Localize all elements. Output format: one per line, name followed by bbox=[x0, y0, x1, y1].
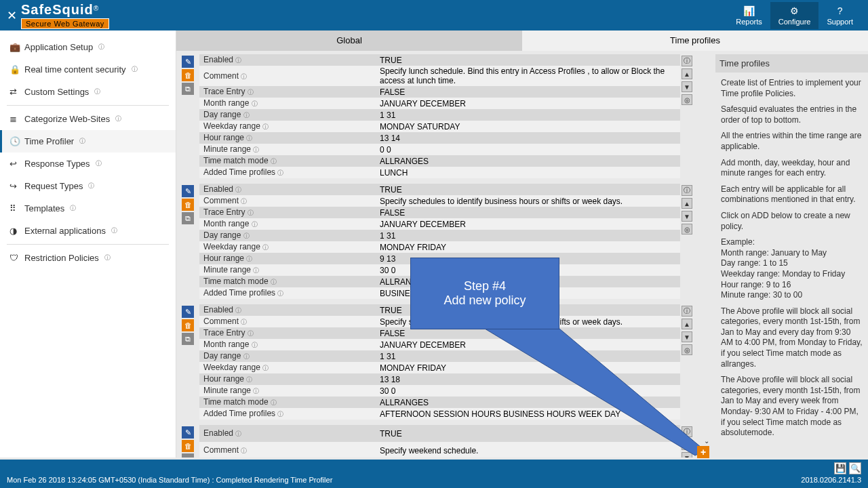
target-button[interactable]: ◎ bbox=[682, 94, 692, 105]
clone-button[interactable]: ⧉ bbox=[182, 212, 194, 224]
help-paragraph: Add month, day, weekday, hour and minute… bbox=[721, 158, 863, 179]
sidebar-item-external-applications[interactable]: ◑External applications ⓘ bbox=[0, 220, 176, 242]
edit-button[interactable]: ✎ bbox=[182, 185, 194, 197]
info-icon: ⓘ bbox=[104, 253, 111, 262]
help-title: Time profiles bbox=[715, 54, 868, 73]
table-row: Weekday range ⓘMONDAY FRIDAY bbox=[199, 241, 680, 253]
callout-text: Add new policy bbox=[443, 293, 526, 308]
table-row: Time match mode ⓘALLRANGES bbox=[199, 155, 680, 167]
tab-time-profiles[interactable]: Time profiles bbox=[522, 30, 868, 51]
sidebar-icon: ⠿ bbox=[9, 203, 19, 214]
field-label: Day range ⓘ bbox=[199, 350, 376, 362]
field-label: Enabled ⓘ bbox=[199, 425, 376, 442]
brand-name: SafeSquid bbox=[21, 2, 94, 17]
sidebar-item-restriction-policies[interactable]: 🛡Restriction Policies ⓘ bbox=[0, 247, 176, 269]
move-down-button[interactable]: ▼ bbox=[682, 81, 692, 92]
delete-button[interactable]: 🗑 bbox=[182, 319, 194, 331]
logo: ✕ SafeSquid® Secure Web Gateway bbox=[7, 2, 109, 29]
table-row: Day range ⓘ1 31 bbox=[199, 230, 680, 241]
help-paragraph: All the entries within the time range ar… bbox=[721, 131, 863, 152]
field-value: 1 31 bbox=[376, 109, 680, 121]
info-button[interactable]: ⓘ bbox=[682, 306, 692, 317]
help-paragraph: Safesquid evaluates the entries in the o… bbox=[721, 104, 863, 125]
sidebar-icon: ↪ bbox=[9, 181, 19, 191]
field-label: Minute range ⓘ bbox=[199, 144, 376, 155]
field-value: AFTERNOON SESSION HOURS BUSINESS HOURS W… bbox=[376, 408, 680, 420]
target-button[interactable]: ◎ bbox=[682, 344, 692, 355]
field-label: Comment ⓘ bbox=[199, 195, 376, 207]
sidebar-item-application-setup[interactable]: 💼Application Setup ⓘ bbox=[0, 36, 176, 58]
sidebar-item-response-types[interactable]: ↩Response Types ⓘ bbox=[0, 152, 176, 175]
info-icon: ⓘ bbox=[88, 182, 94, 190]
clone-button[interactable]: ⧉ bbox=[182, 83, 194, 95]
sidebar-icon: 🕓 bbox=[9, 136, 19, 146]
search-button[interactable]: 🔍 bbox=[849, 462, 861, 474]
table-row: Trace Entry ⓘFALSE bbox=[199, 207, 680, 218]
move-down-button[interactable]: ▼ bbox=[682, 452, 692, 458]
field-label: Minute range ⓘ bbox=[199, 385, 376, 396]
table-row: Added Time profiles ⓘAFTERNOON SESSION H… bbox=[199, 408, 680, 420]
delete-button[interactable]: 🗑 bbox=[182, 440, 194, 452]
sidebar-icon: 💼 bbox=[9, 42, 19, 52]
field-value: Specify schedules to identify business h… bbox=[376, 195, 680, 207]
delete-button[interactable]: 🗑 bbox=[182, 69, 194, 81]
field-value: FALSE bbox=[376, 207, 680, 218]
sidebar-item-categorize-web-sites[interactable]: ≣Categorize Web-Sites ⓘ bbox=[0, 108, 176, 130]
topnav-configure[interactable]: ⚙Configure bbox=[770, 2, 819, 29]
policy-entry: ✎🗑⧉Enabled ⓘTRUEComment ⓘSpecify lunch s… bbox=[182, 54, 694, 178]
field-label: Added Time profiles ⓘ bbox=[199, 167, 376, 178]
edit-button[interactable]: ✎ bbox=[182, 426, 194, 439]
move-down-button[interactable]: ▼ bbox=[682, 211, 692, 222]
sidebar-item-real-time-content-security[interactable]: 🔒Real time content security ⓘ bbox=[0, 58, 176, 81]
field-label: Comment ⓘ bbox=[199, 442, 376, 458]
sidebar-item-templates[interactable]: ⠿Templates ⓘ bbox=[0, 197, 176, 220]
help-paragraph: Each entry will be applicable for all co… bbox=[721, 184, 863, 205]
help-paragraph: Click on ADD below to create a new polic… bbox=[721, 211, 863, 232]
target-button[interactable]: ◎ bbox=[682, 224, 692, 235]
move-up-button[interactable]: ▲ bbox=[682, 68, 692, 79]
table-row: Enabled ⓘTRUE bbox=[199, 184, 680, 195]
field-label: Comment ⓘ bbox=[199, 66, 376, 86]
info-button[interactable]: ⓘ bbox=[682, 185, 692, 196]
configure-icon: ⚙ bbox=[778, 5, 811, 16]
sidebar-item-time-profiler[interactable]: 🕓Time Profiler ⓘ bbox=[0, 130, 176, 152]
help-paragraph: Create list of Entries to implement your… bbox=[721, 78, 863, 99]
clone-button[interactable]: ⧉ bbox=[182, 333, 194, 345]
collapse-icon[interactable]: ⌄ bbox=[704, 437, 709, 445]
table-row: Month range ⓘJANUARY DECEMBER bbox=[199, 218, 680, 230]
reports-icon: 📊 bbox=[736, 5, 762, 16]
topnav-support[interactable]: ?Support bbox=[818, 2, 861, 29]
field-label: Hour range ⓘ bbox=[199, 373, 376, 385]
table-row: Minute range ⓘ0 0 bbox=[199, 144, 680, 155]
field-value: FALSE bbox=[376, 86, 680, 98]
info-button[interactable]: ⓘ bbox=[682, 56, 692, 66]
add-policy-button[interactable]: + bbox=[697, 446, 709, 458]
sidebar-item-request-types[interactable]: ↪Request Types ⓘ bbox=[0, 175, 176, 197]
field-label: Month range ⓘ bbox=[199, 339, 376, 350]
field-value: 1 31 bbox=[376, 230, 680, 241]
field-label: Hour range ⓘ bbox=[199, 132, 376, 144]
field-value: 30 0 bbox=[376, 385, 680, 396]
tab-global[interactable]: Global bbox=[176, 30, 522, 51]
version-text: 2018.0206.2141.3 bbox=[801, 476, 861, 484]
clone-button[interactable]: ⧉ bbox=[182, 453, 194, 458]
topnav-reports[interactable]: 📊Reports bbox=[728, 2, 770, 29]
edit-button[interactable]: ✎ bbox=[182, 56, 194, 68]
move-up-button[interactable]: ▲ bbox=[682, 439, 692, 450]
move-up-button[interactable]: ▲ bbox=[682, 319, 692, 329]
field-value: 0 0 bbox=[376, 144, 680, 155]
save-button[interactable]: 💾 bbox=[834, 462, 846, 474]
edit-button[interactable]: ✎ bbox=[182, 306, 194, 318]
sidebar-item-custom-settings[interactable]: ⇄Custom Settings ⓘ bbox=[0, 81, 176, 103]
status-bar: Mon Feb 26 2018 13:24:05 GMT+0530 (India… bbox=[0, 460, 868, 488]
info-icon: ⓘ bbox=[70, 204, 76, 213]
table-row: Time match mode ⓘALLRANGES bbox=[199, 396, 680, 408]
delete-button[interactable]: 🗑 bbox=[182, 199, 194, 211]
field-label: Enabled ⓘ bbox=[199, 54, 376, 66]
info-icon: ⓘ bbox=[98, 43, 104, 52]
info-button[interactable]: ⓘ bbox=[682, 426, 692, 437]
move-up-button[interactable]: ▲ bbox=[682, 198, 692, 209]
move-down-button[interactable]: ▼ bbox=[682, 331, 692, 342]
field-label: Time match mode ⓘ bbox=[199, 396, 376, 408]
table-row: Enabled ⓘTRUE bbox=[199, 54, 680, 66]
